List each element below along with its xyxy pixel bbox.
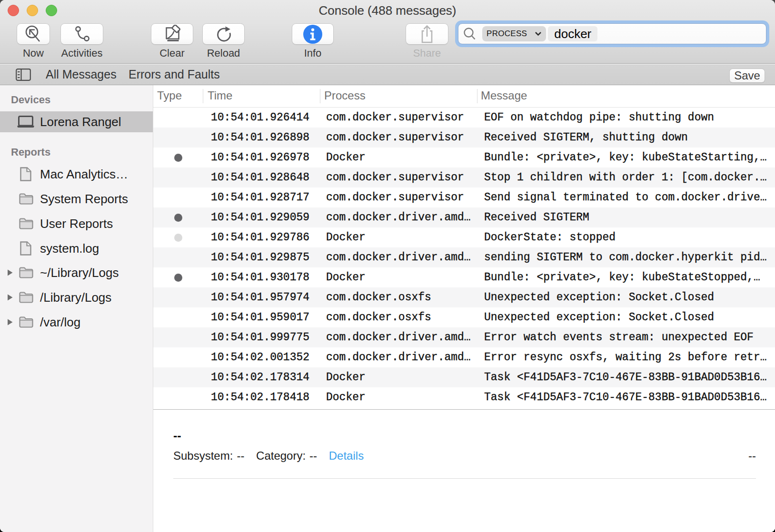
message-cell: Send signal terminated to com.docker.dri… (477, 187, 775, 207)
sidebar-item--library-logs[interactable]: /Library/Logs (0, 287, 153, 308)
time-cell: 10:54:01.926978 (203, 148, 320, 167)
log-row[interactable]: 10:54:01.959017com.docker.osxfsUnexpecte… (153, 307, 775, 327)
type-dot-dark (174, 214, 182, 222)
process-cell: com.docker.driver.amd… (320, 327, 477, 347)
sidebar-item-system-reports[interactable]: System Reports (0, 188, 153, 209)
sidebar: DevicesLorena RangelReportsMac Analytics… (0, 85, 153, 532)
folder-icon (19, 316, 33, 328)
message-cell: Error watch events stream: unexpected EO… (477, 327, 775, 347)
clear-icon (162, 25, 183, 44)
sidebar-item-label: /Library/Logs (40, 290, 111, 305)
message-cell: DockerState: stopped (477, 227, 775, 247)
reload-label: Reload (188, 47, 259, 59)
message-cell: Received SIGTERM (477, 207, 775, 227)
type-cell (153, 287, 203, 307)
log-row[interactable]: 10:54:02.178418DockerTask <F41D5AF3-7C10… (153, 387, 775, 407)
folder-icon (19, 193, 33, 205)
clear-button[interactable] (151, 23, 193, 45)
scope-errors-and-faults[interactable]: Errors and Faults (129, 64, 220, 85)
log-row[interactable]: 10:54:01.926978DockerBundle: <private>, … (153, 148, 775, 167)
message-cell: EOF on watchdog pipe: shutting down (477, 108, 775, 128)
process-cell: Docker (320, 148, 477, 167)
search-field-inner[interactable]: PROCESS docker (458, 23, 766, 44)
info-button[interactable] (292, 23, 334, 45)
sidebar-item--library-logs[interactable]: ~/Library/Logs (0, 262, 153, 283)
detail-meta: Subsystem:-- Category:-- Details (173, 449, 364, 463)
log-table: TypeTimeProcessMessage 10:54:01.926414co… (153, 85, 775, 532)
time-cell: 10:54:02.178314 (203, 367, 320, 387)
sidebar-item-lorena-rangel[interactable]: Lorena Rangel (0, 111, 153, 132)
log-row[interactable]: 10:54:01.928717com.docker.supervisorSend… (153, 187, 775, 207)
type-dot-dark (174, 274, 182, 282)
info-icon (303, 24, 323, 44)
process-cell: com.docker.driver.amd… (320, 247, 477, 267)
column-header-type[interactable]: Type (153, 85, 203, 107)
sidebar-toggle-button[interactable] (16, 69, 31, 81)
log-row[interactable]: 10:54:01.957974com.docker.osxfsUnexpecte… (153, 287, 775, 307)
reload-button[interactable] (202, 23, 245, 45)
column-header-time[interactable]: Time (203, 85, 320, 107)
message-cell: Bundle: <private>, key: kubeStateStopped… (477, 267, 775, 287)
sidebar-item-system-log[interactable]: system.log (0, 238, 153, 259)
disclosure-triangle-icon[interactable] (7, 294, 14, 301)
sidebar-item-label: User Reports (40, 217, 113, 231)
time-cell: 10:54:01.928717 (203, 187, 320, 207)
time-cell: 10:54:01.957974 (203, 287, 320, 307)
message-cell: Task <F41D5AF3-7C10-467E-83BB-91BAD0D53B… (477, 387, 775, 407)
log-row[interactable]: 10:54:01.930178DockerBundle: <private>, … (153, 267, 775, 287)
zoom-button[interactable] (46, 5, 57, 16)
message-cell: Unexpected exception: Socket.Closed (477, 307, 775, 327)
sidebar-item-label: System Reports (40, 192, 128, 207)
disclosure-triangle-icon[interactable] (7, 318, 14, 326)
details-link[interactable]: Details (329, 449, 364, 462)
now-icon (23, 25, 44, 43)
search-filter-token[interactable]: PROCESS (482, 26, 546, 41)
type-cell (153, 247, 203, 267)
activities-icon (71, 25, 92, 43)
detail-divider (173, 478, 756, 479)
sidebar-section-devices: Devices (11, 94, 50, 106)
log-row[interactable]: 10:54:01.999775com.docker.driver.amd…Err… (153, 327, 775, 347)
log-row[interactable]: 10:54:01.926898com.docker.supervisorRece… (153, 128, 775, 148)
process-cell: Docker (320, 387, 477, 407)
log-row[interactable]: 10:54:01.928648com.docker.supervisorStop… (153, 167, 775, 187)
sidebar-item-label: Lorena Rangel (40, 115, 121, 129)
process-cell: com.docker.supervisor (320, 187, 477, 207)
message-cell: Bundle: <private>, key: kubeStateStartin… (477, 148, 775, 167)
scope-all-messages[interactable]: All Messages (46, 64, 117, 85)
minimize-button[interactable] (27, 5, 38, 16)
info-label: Info (278, 47, 348, 59)
column-header-process[interactable]: Process (320, 85, 477, 107)
table-header: TypeTimeProcessMessage (153, 85, 775, 108)
log-row[interactable]: 10:54:01.929786DockerDockerState: stoppe… (153, 227, 775, 247)
log-row[interactable]: 10:54:01.929875com.docker.driver.amd…sen… (153, 247, 775, 267)
search-query-text[interactable]: docker (548, 26, 597, 41)
sidebar-item-label: ~/Library/Logs (40, 266, 119, 280)
activities-label: Activities (46, 47, 118, 59)
close-button[interactable] (8, 5, 19, 16)
log-row[interactable]: 10:54:02.178314DockerTask <F41D5AF3-7C10… (153, 367, 775, 387)
activities-button[interactable] (60, 23, 103, 45)
sidebar-item--var-log[interactable]: /var/log (0, 312, 153, 333)
column-header-message[interactable]: Message (477, 85, 775, 107)
type-cell (153, 327, 203, 347)
category-label: Category: (256, 449, 306, 462)
sidebar-item-user-reports[interactable]: User Reports (0, 213, 153, 234)
save-button[interactable]: Save (729, 69, 765, 83)
time-cell: 10:54:01.926898 (203, 128, 320, 148)
share-label: Share (391, 47, 463, 59)
search-field[interactable]: PROCESS docker (455, 20, 769, 47)
log-row[interactable]: 10:54:01.929059com.docker.driver.amd…Rec… (153, 207, 775, 227)
now-button[interactable] (17, 23, 50, 45)
sidebar-item-mac-analytics-[interactable]: Mac Analytics… (0, 164, 153, 185)
titlebar-toolbar: Console (488 messages) NowActivitiesClea… (0, 0, 775, 64)
disclosure-triangle-icon[interactable] (7, 269, 14, 276)
sidebar-section-reports: Reports (11, 146, 50, 158)
process-cell: com.docker.supervisor (320, 108, 477, 128)
log-row[interactable]: 10:54:02.001352com.docker.driver.amd…Err… (153, 347, 775, 367)
log-row[interactable]: 10:54:01.926414com.docker.supervisorEOF … (153, 108, 775, 128)
sidebar-item-label: /var/log (40, 315, 80, 330)
message-cell: sending SIGTERM to com.docker.hyperkit p… (477, 247, 775, 267)
sidebar-item-label: system.log (40, 241, 99, 256)
detail-title: -- (173, 429, 181, 443)
